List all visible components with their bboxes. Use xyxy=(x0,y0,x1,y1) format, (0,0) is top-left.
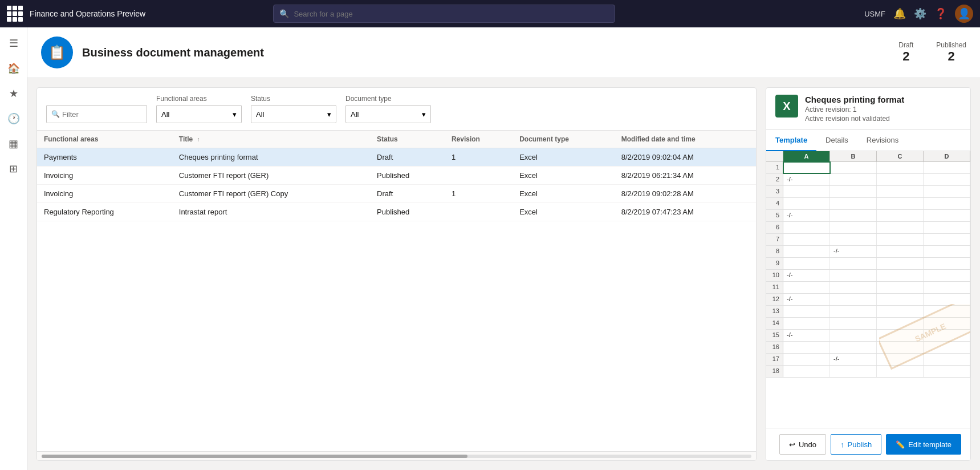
ss-cell[interactable] xyxy=(830,198,877,209)
ss-cell[interactable] xyxy=(924,198,970,209)
sidebar-favorites[interactable]: ★ xyxy=(2,82,25,105)
help-icon[interactable]: ❓ xyxy=(934,7,947,20)
ss-cell[interactable] xyxy=(877,294,924,305)
ss-cell[interactable] xyxy=(924,258,970,269)
ss-cell[interactable]: -/- xyxy=(783,294,830,305)
ss-cell[interactable] xyxy=(783,366,830,377)
filter-input[interactable]: 🔍 xyxy=(46,105,147,123)
publish-button[interactable]: ↑ Publish xyxy=(831,434,881,455)
ss-cell[interactable] xyxy=(924,294,970,305)
ss-cell[interactable] xyxy=(877,222,924,233)
ss-cell[interactable] xyxy=(924,354,970,365)
ss-cell[interactable] xyxy=(924,174,970,185)
ss-cell[interactable] xyxy=(830,174,877,185)
sidebar-workspaces[interactable]: ▦ xyxy=(2,132,25,155)
company-selector[interactable]: USMF xyxy=(864,10,885,18)
ss-cell[interactable] xyxy=(830,306,877,317)
ss-cell[interactable] xyxy=(830,234,877,245)
avatar[interactable]: 👤 xyxy=(955,5,973,23)
ss-cell[interactable] xyxy=(783,234,830,245)
ss-cell[interactable]: -/- xyxy=(783,210,830,221)
ss-cell[interactable] xyxy=(924,306,970,317)
ss-cell[interactable] xyxy=(924,186,970,197)
ss-cell[interactable] xyxy=(877,210,924,221)
ss-cell[interactable] xyxy=(877,282,924,293)
ss-cell[interactable] xyxy=(924,270,970,281)
scrollbar-track[interactable] xyxy=(42,455,751,458)
ss-cell[interactable] xyxy=(783,186,830,197)
ss-cell[interactable] xyxy=(783,342,830,353)
filter-text-input[interactable] xyxy=(62,110,142,119)
sidebar-modules[interactable]: ⊞ xyxy=(2,157,25,180)
undo-button[interactable]: ↩ Undo xyxy=(779,434,826,455)
ss-cell[interactable]: -/- xyxy=(783,270,830,281)
ss-cell[interactable] xyxy=(830,330,877,341)
ss-cell[interactable] xyxy=(877,306,924,317)
ss-cell[interactable] xyxy=(783,318,830,329)
ss-cell[interactable] xyxy=(877,342,924,353)
ss-cell[interactable]: -/- xyxy=(830,354,877,365)
ss-cell[interactable] xyxy=(877,162,924,173)
ss-cell[interactable] xyxy=(877,270,924,281)
ss-cell[interactable] xyxy=(924,330,970,341)
table-wrapper[interactable]: Functional areas Title ↑ Status Revision… xyxy=(37,131,756,451)
ss-cell[interactable] xyxy=(783,246,830,257)
table-row[interactable]: Invoicing Customer FTI report (GER) Publ… xyxy=(37,167,756,185)
ss-cell[interactable] xyxy=(783,306,830,317)
sidebar-home[interactable]: 🏠 xyxy=(2,57,25,80)
ss-cell[interactable] xyxy=(924,342,970,353)
ss-cell[interactable] xyxy=(830,294,877,305)
ss-cell[interactable] xyxy=(783,222,830,233)
ss-cell[interactable] xyxy=(830,210,877,221)
search-bar[interactable]: 🔍 xyxy=(273,5,615,23)
table-row[interactable]: Invoicing Customer FTI report (GER) Copy… xyxy=(37,185,756,203)
ss-cell[interactable] xyxy=(830,282,877,293)
ss-cell[interactable] xyxy=(877,330,924,341)
ss-cell[interactable] xyxy=(924,210,970,221)
ss-cell[interactable] xyxy=(877,186,924,197)
ss-cell[interactable] xyxy=(783,282,830,293)
tab-revisions[interactable]: Revisions xyxy=(857,130,908,151)
settings-icon[interactable]: ⚙️ xyxy=(914,7,926,20)
scrollbar-thumb[interactable] xyxy=(42,455,467,458)
ss-cell[interactable] xyxy=(783,258,830,269)
ss-cell[interactable] xyxy=(830,186,877,197)
ss-cell[interactable] xyxy=(830,162,877,173)
ss-cell[interactable] xyxy=(830,270,877,281)
ss-cell[interactable] xyxy=(877,318,924,329)
ss-cell[interactable] xyxy=(783,198,830,209)
document-type-select[interactable]: All ▾ xyxy=(345,105,431,123)
ss-cell[interactable] xyxy=(924,282,970,293)
ss-cell[interactable] xyxy=(783,162,830,173)
sidebar-hamburger[interactable]: ☰ xyxy=(2,32,25,55)
functional-areas-select[interactable]: All ▾ xyxy=(156,105,242,123)
ss-cell[interactable] xyxy=(877,198,924,209)
ss-cell[interactable] xyxy=(924,222,970,233)
ss-cell[interactable] xyxy=(877,366,924,377)
edit-template-button[interactable]: ✏️ Edit template xyxy=(886,434,961,455)
tab-details[interactable]: Details xyxy=(816,130,857,151)
table-row[interactable]: Payments Cheques printing format Draft 1… xyxy=(37,148,756,167)
tab-template[interactable]: Template xyxy=(766,130,816,151)
ss-cell[interactable] xyxy=(877,234,924,245)
col-title[interactable]: Title ↑ xyxy=(172,131,370,148)
ss-cell[interactable] xyxy=(924,246,970,257)
ss-cell[interactable] xyxy=(830,342,877,353)
ss-cell[interactable] xyxy=(877,246,924,257)
ss-cell[interactable] xyxy=(924,318,970,329)
waffle-menu[interactable] xyxy=(7,6,23,22)
ss-cell[interactable] xyxy=(877,258,924,269)
ss-cell[interactable] xyxy=(924,162,970,173)
ss-cell[interactable]: -/- xyxy=(783,174,830,185)
notification-icon[interactable]: 🔔 xyxy=(893,7,906,20)
ss-cell[interactable]: -/- xyxy=(783,330,830,341)
ss-cell[interactable] xyxy=(877,174,924,185)
status-select[interactable]: All ▾ xyxy=(251,105,336,123)
ss-cell[interactable]: -/- xyxy=(830,246,877,257)
sidebar-recent[interactable]: 🕐 xyxy=(2,107,25,130)
table-row[interactable]: Regulatory Reporting Intrastat report Pu… xyxy=(37,203,756,221)
ss-cell[interactable] xyxy=(924,366,970,377)
ss-cell[interactable] xyxy=(783,354,830,365)
ss-cell[interactable] xyxy=(830,318,877,329)
search-input[interactable] xyxy=(294,10,609,18)
